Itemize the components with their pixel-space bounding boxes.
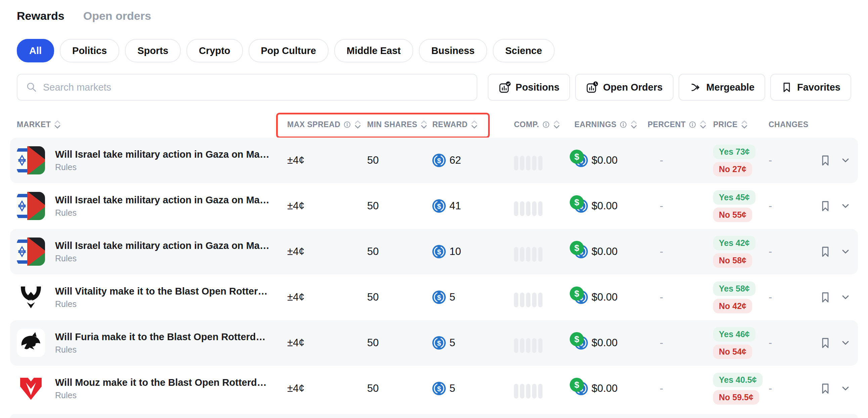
bookmark-button[interactable] (819, 246, 831, 258)
search-box[interactable] (17, 74, 477, 101)
filter-sports[interactable]: Sports (125, 39, 181, 62)
no-price-pill[interactable]: No 59.5¢ (713, 390, 759, 405)
tab-rewards[interactable]: Rewards (17, 9, 64, 23)
open-orders-button[interactable]: Open Orders (575, 74, 673, 101)
market-row[interactable]: Will Furia make it to the Blast Open Rot… (10, 320, 858, 366)
market-row[interactable]: Will Israel take military action in Gaza… (10, 229, 858, 274)
column-header-min[interactable]: MIN SHARES (367, 120, 432, 129)
expand-row-button[interactable] (840, 246, 851, 257)
filter-pop-culture[interactable]: Pop Culture (249, 39, 329, 62)
market-row[interactable]: Will Mouz make it to the Blast Open Rott… (10, 366, 858, 411)
no-price-pill[interactable]: No 27¢ (713, 162, 752, 176)
market-title[interactable]: Will Vitality make it to the Blast Open … (55, 286, 270, 297)
filter-politics[interactable]: Politics (60, 39, 119, 62)
market-title[interactable]: Will Israel take military action in Gaza… (55, 149, 270, 160)
market-text: Will Furia make it to the Blast Open Rot… (55, 332, 270, 355)
favorites-button[interactable]: Favorites (770, 74, 851, 101)
yes-price-pill[interactable]: Yes 40.5¢ (713, 373, 763, 387)
filter-crypto[interactable]: Crypto (186, 39, 243, 62)
percent-value: - (648, 291, 663, 303)
comp-bar (514, 201, 518, 216)
info-icon[interactable] (689, 121, 696, 129)
search-input[interactable] (42, 81, 477, 93)
bookmark-button[interactable] (819, 382, 831, 394)
column-header-comp[interactable]: COMP. (514, 120, 575, 129)
column-header-earn[interactable]: EARNINGS (575, 120, 648, 129)
filter-business[interactable]: Business (419, 39, 487, 62)
column-header-pct[interactable]: PERCENT (648, 120, 713, 129)
expand-row-button[interactable] (840, 291, 851, 303)
rules-link[interactable]: Rules (55, 299, 270, 309)
sort-icon[interactable] (700, 120, 707, 129)
sort-icon[interactable] (354, 120, 362, 129)
expand-row-button[interactable] (840, 383, 851, 394)
no-price-pill[interactable]: No 42¢ (713, 299, 752, 313)
info-icon[interactable] (343, 121, 351, 129)
yes-price-pill[interactable]: Yes 58¢ (713, 281, 755, 296)
positions-label: Positions (516, 82, 560, 93)
column-header-reward[interactable]: REWARD (432, 120, 514, 129)
comp-bar (520, 338, 524, 353)
yes-price-pill[interactable]: Yes 45¢ (713, 190, 755, 205)
column-header-market[interactable]: MARKET (17, 120, 61, 129)
usdc-icon: $ (432, 336, 446, 350)
market-row[interactable]: Will Israel take military action in Gaza… (10, 138, 858, 183)
mergeable-button[interactable]: Mergeable (679, 74, 765, 101)
sort-icon[interactable] (420, 120, 428, 129)
yes-price-pill[interactable]: Yes 42¢ (713, 236, 755, 250)
column-label: REWARD (432, 120, 468, 129)
bookmark-button[interactable] (819, 154, 831, 166)
reward-dollar-icon: $ (570, 150, 584, 164)
column-header-max[interactable]: MAX SPREAD (287, 120, 367, 129)
filter-all[interactable]: All (17, 39, 54, 62)
sort-icon[interactable] (553, 120, 560, 129)
no-price-pill[interactable]: No 55¢ (713, 208, 752, 222)
bookmark-button[interactable] (819, 337, 831, 349)
no-price-pill[interactable]: No 58¢ (713, 253, 752, 268)
chart-clock-icon (586, 81, 598, 94)
market-row[interactable]: Will Israel take military action in Gaza… (10, 183, 858, 229)
market-title[interactable]: Will Furia make it to the Blast Open Rot… (55, 332, 270, 343)
earnings-value: $0.00 (592, 382, 618, 394)
no-price-pill[interactable]: No 54¢ (713, 345, 752, 359)
rules-link[interactable]: Rules (55, 345, 270, 355)
market-row[interactable]: Will Vitality make it to the Blast Open … (10, 274, 858, 320)
column-header-price[interactable]: PRICE (713, 120, 769, 129)
price-cell: Yes 58¢ No 42¢ (713, 281, 769, 313)
filter-middle-east[interactable]: Middle East (334, 39, 413, 62)
positions-button[interactable]: Positions (488, 74, 570, 101)
bookmark-button[interactable] (819, 291, 831, 303)
rules-link[interactable]: Rules (55, 208, 270, 218)
comp-bar (526, 384, 530, 398)
rules-link[interactable]: Rules (55, 162, 270, 172)
market-title[interactable]: Will Israel take military action in Gaza… (55, 240, 270, 251)
reward-dollar-icon: $ (570, 332, 584, 346)
sort-icon[interactable] (630, 120, 638, 129)
market-title[interactable]: Will Israel take military action in Gaza… (55, 195, 270, 206)
sort-icon[interactable] (54, 120, 61, 129)
bookmark-button[interactable] (819, 200, 831, 212)
vitality-logo-icon (17, 283, 45, 311)
filter-science[interactable]: Science (493, 39, 555, 62)
comp-bar (538, 156, 542, 170)
rules-link[interactable]: Rules (55, 254, 270, 263)
search-icon (26, 82, 37, 93)
sort-icon[interactable] (741, 120, 748, 129)
info-icon[interactable] (619, 121, 627, 129)
yes-price-pill[interactable]: Yes 46¢ (713, 327, 755, 342)
tab-open-orders[interactable]: Open orders (83, 9, 151, 23)
info-icon[interactable] (542, 121, 550, 129)
changes-value: - (769, 337, 772, 349)
expand-row-button[interactable] (840, 155, 851, 166)
changes-value: - (769, 200, 772, 212)
sort-icon[interactable] (471, 120, 478, 129)
column-label: MAX SPREAD (287, 120, 340, 129)
chart-check-icon (498, 81, 511, 94)
rules-link[interactable]: Rules (55, 390, 270, 400)
column-header-chg[interactable]: CHANGES (769, 120, 819, 129)
yes-price-pill[interactable]: Yes 73¢ (713, 145, 755, 159)
expand-row-button[interactable] (840, 337, 851, 349)
comp-bar (532, 201, 536, 216)
market-title[interactable]: Will Mouz make it to the Blast Open Rott… (55, 377, 270, 388)
expand-row-button[interactable] (840, 200, 851, 212)
